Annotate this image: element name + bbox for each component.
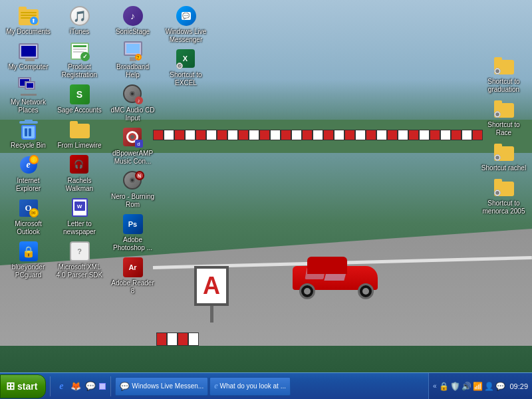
icon-dmc-audio-label: dMC Audio CD Input (109, 106, 156, 122)
tray-user-icon[interactable]: 👤 (484, 382, 494, 391)
icon-my-computer-label: My Computer (8, 63, 48, 71)
icon-shortcut-rachel[interactable]: Shortcut rachel (479, 140, 529, 174)
icon-column-1: ⬆ My Documents My Computer (3, 3, 53, 281)
icon-letter-newspaper[interactable]: W Letter to newspaper (55, 196, 104, 238)
icon-graduation-label: Shortcut to graduation (480, 78, 527, 94)
icon-adobe-photoshop[interactable]: Ps Adobe Photoshop ... (108, 211, 158, 254)
icon-internet-explorer[interactable]: e ⚡ Internet Explorer (3, 152, 53, 195)
icon-product-reg-label: Product Registration (56, 63, 103, 79)
car-roof (307, 257, 347, 274)
show-desktop-icon[interactable] (98, 382, 106, 391)
icon-my-network[interactable]: My Network Places (3, 74, 53, 116)
icon-ms-outlook[interactable]: O ✉ Microsoft Outlook (3, 196, 53, 238)
icon-nero-label: Nero - Burning Rom (109, 193, 156, 209)
icon-column-4: 💬 Windows Live Messenger X ↗ Shortcut to… (161, 3, 211, 89)
icon-recycle-bin-label: Recycle Bin (11, 142, 46, 150)
icon-blueyonder[interactable]: 🔒 blueyonder PCguard (3, 239, 53, 281)
icon-shortcut-excel[interactable]: X ↗ Shortcut to EXCEL (161, 47, 211, 89)
wlm-taskbar-label: Windows Live Messen... (132, 382, 203, 390)
icon-wlm[interactable]: 💬 Windows Live Messenger (161, 3, 211, 46)
ferrari-car (293, 259, 379, 299)
icon-photoshop-label: Adobe Photoshop ... (109, 236, 156, 252)
wlm-taskbar-icon: 💬 (120, 382, 130, 391)
taskbar-btn-wlm[interactable]: 💬 Windows Live Messen... (115, 377, 208, 396)
icon-sage-label: Sage Accounts (57, 106, 102, 114)
icon-excel-label: Shortcut to EXCEL (162, 71, 209, 87)
icon-letter-newspaper-label: Letter to newspaper (56, 220, 103, 236)
taskbar-btn-ie[interactable]: e What do you look at ... (209, 377, 291, 396)
quick-wlm-icon[interactable]: 💬 (84, 380, 97, 393)
icon-itunes-label: iTunes (70, 28, 90, 36)
quick-firefox-icon[interactable]: 🦊 (69, 380, 82, 393)
icon-recycle-bin[interactable]: Recycle Bin (3, 117, 53, 152)
sign-pole (210, 306, 213, 323)
icon-sage[interactable]: S Sage Accounts (55, 82, 104, 116)
quick-launch-area: e 🦊 💬 (52, 380, 109, 393)
icon-my-computer[interactable]: My Computer (3, 39, 53, 73)
icon-my-documents[interactable]: ⬆ My Documents (3, 3, 53, 38)
barriers-bottom (156, 332, 199, 346)
icon-dmc-audio[interactable]: ♪ dMC Audio CD Input (108, 82, 158, 124)
icon-column-right: Shortcut to graduation Shortcut to Race (479, 53, 529, 217)
icon-shortcut-menorca[interactable]: Shortcut to menorca 2005 (479, 175, 529, 217)
desktop: A (0, 0, 532, 372)
tray-volume-icon[interactable]: 🔊 (462, 382, 471, 391)
ie-taskbar-icon: e (214, 381, 217, 391)
icon-rachel-label: Shortcut rachel (481, 164, 526, 172)
tray-expand-icon[interactable]: « (433, 382, 437, 390)
icon-dbpoweramp[interactable]: d dBpowerAMP Music Con... (108, 125, 158, 168)
icon-ms-xml-label: Microsoft XML 4.0 Parser SDK (56, 263, 103, 279)
icon-sonicstage-label: SonicStage (116, 28, 150, 36)
icon-nero[interactable]: N Nero - Burning Rom (108, 168, 158, 211)
icon-product-reg[interactable]: ✓ Product Registration (55, 39, 104, 81)
taskbar: ⊞ start e 🦊 💬 💬 Windows Live Messen... e… (0, 372, 532, 399)
icon-broadband-help[interactable]: ? Broadband Help (108, 39, 158, 81)
icon-shortcut-race[interactable]: Shortcut to Race (479, 96, 529, 139)
icon-my-network-label: My Network Places (5, 98, 52, 114)
icon-itunes[interactable]: 🎵 iTunes (55, 3, 104, 38)
quick-ie-icon[interactable]: e (55, 380, 68, 393)
icon-ie-label: Internet Explorer (5, 177, 52, 193)
start-button[interactable]: ⊞ start (0, 374, 46, 398)
car-wheel-rear (358, 283, 374, 299)
start-label: start (17, 381, 37, 392)
barriers-top (153, 130, 532, 140)
icon-from-limewire[interactable]: From Limewire (55, 117, 104, 152)
taskbar-buttons-area: 💬 Windows Live Messen... e What do you l… (112, 377, 428, 396)
icon-ms-xml[interactable]: ? Microsoft XML 4.0 Parser SDK (55, 239, 104, 281)
icon-limewire-label: From Limewire (57, 142, 101, 150)
icon-rachels-walkman[interactable]: 🎧 Rachels Walkman (55, 152, 104, 195)
icon-wlm-label: Windows Live Messenger (162, 28, 209, 44)
tray-network-icon[interactable]: 🔒 (439, 382, 449, 391)
race-sign: A (194, 266, 229, 323)
icon-column-2: 🎵 iTunes ✓ Product Registration (55, 3, 104, 281)
sign-letter: A (194, 266, 229, 306)
icon-blueyonder-label: blueyonder PCguard (5, 263, 52, 279)
icon-menorca-label: Shortcut to menorca 2005 (480, 200, 527, 215)
icon-rachels-walkman-label: Rachels Walkman (56, 177, 103, 193)
ie-taskbar-label: What do you look at ... (220, 382, 287, 390)
icon-shortcut-graduation[interactable]: Shortcut to graduation (479, 53, 529, 96)
icon-sonicstage[interactable]: ♪ SonicStage (108, 3, 158, 38)
system-clock: 09:29 (509, 382, 528, 390)
icon-adobe-reader-label: Adobe Reader 8 (109, 279, 156, 295)
tray-messenger-icon[interactable]: 💬 (495, 382, 505, 391)
icon-my-documents-label: My Documents (6, 28, 51, 36)
icon-outlook-label: Microsoft Outlook (5, 220, 52, 236)
windows-logo-icon: ⊞ (6, 380, 15, 392)
car-wheel-front (299, 283, 315, 299)
taskbar-separator-1 (50, 376, 51, 396)
tray-security-icon[interactable]: 🛡️ (450, 382, 460, 391)
system-tray: « 🔒 🛡️ 🔊 📶 👤 💬 09:29 (428, 373, 532, 400)
icon-column-3: ♪ SonicStage ? Broadband Help (108, 3, 158, 297)
icon-dbpoweramp-label: dBpowerAMP Music Con... (109, 150, 156, 166)
icon-adobe-reader[interactable]: Ar Adobe Reader 8 (108, 255, 158, 297)
taskbar-separator-2 (110, 376, 111, 396)
tray-network2-icon[interactable]: 📶 (473, 382, 483, 391)
icon-race-label: Shortcut to Race (480, 121, 527, 137)
icon-broadband-help-label: Broadband Help (109, 63, 156, 79)
